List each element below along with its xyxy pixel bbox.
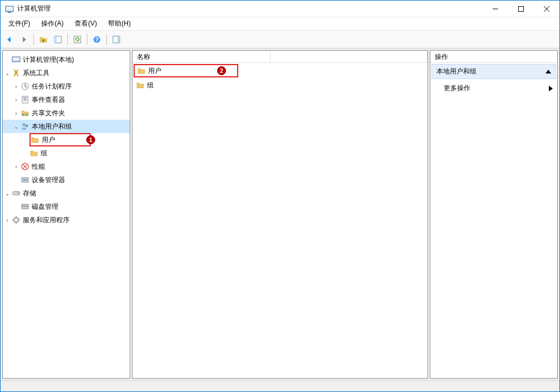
toolbar: ?: [1, 31, 559, 48]
column-name[interactable]: 名称: [132, 51, 271, 62]
tree-groups[interactable]: 组: [3, 146, 130, 160]
menu-view[interactable]: 查看(V): [70, 17, 101, 30]
collapse-icon[interactable]: ⌄: [12, 124, 21, 130]
expand-icon[interactable]: ›: [3, 217, 12, 223]
tree-label: 存储: [23, 189, 36, 198]
show-hide-tree-button[interactable]: [51, 33, 65, 46]
folder-icon: [30, 149, 38, 158]
svg-rect-9: [74, 36, 81, 43]
svg-point-21: [22, 114, 24, 116]
tree-label: 计算机管理(本地): [23, 55, 74, 65]
column-spacer: [271, 51, 428, 62]
tree-disk-management[interactable]: 磁盘管理: [3, 200, 130, 213]
action-section-label: 本地用户和组: [436, 67, 477, 76]
expand-icon[interactable]: ›: [12, 84, 21, 90]
svg-text:?: ?: [95, 37, 99, 43]
help-button[interactable]: ?: [90, 33, 104, 46]
tree-shared-folders[interactable]: › 共享文件夹: [3, 106, 130, 120]
tree-services-apps[interactable]: › 服务和应用程序: [3, 213, 130, 227]
shared-folder-icon: [21, 109, 30, 117]
app-icon: [5, 4, 14, 13]
actions-header: 操作: [430, 51, 557, 63]
minimize-button[interactable]: [483, 1, 508, 17]
content-area: 计算机管理(本地) ⌄ 系统工具 › 任务计划程序 ›: [1, 48, 559, 380]
svg-rect-1: [6, 7, 13, 11]
forward-button[interactable]: [17, 33, 31, 46]
tools-icon: [12, 68, 21, 77]
close-button[interactable]: [534, 1, 559, 17]
svg-rect-20: [23, 100, 27, 101]
tree-performance[interactable]: › 性能: [3, 160, 130, 173]
tree-label: 磁盘管理: [32, 202, 58, 212]
folder-icon: [136, 81, 145, 90]
list-item-groups[interactable]: 组: [132, 79, 428, 92]
tree-event-viewer[interactable]: › 事件查看器: [3, 93, 130, 106]
tree-label: 性能: [32, 162, 45, 171]
tree-label: 系统工具: [23, 68, 50, 78]
up-button[interactable]: [37, 33, 50, 46]
action-more-actions[interactable]: 更多操作: [430, 80, 557, 96]
svg-rect-15: [13, 57, 19, 61]
svg-rect-18: [23, 97, 27, 99]
title-bar: 计算机管理: [1, 1, 559, 17]
tree-label: 共享文件夹: [32, 109, 65, 118]
status-bar: [1, 380, 559, 391]
svg-rect-27: [23, 179, 27, 181]
list-item-label: 组: [147, 81, 154, 90]
annotation-badge-1: 1: [86, 135, 95, 144]
tree-local-users-groups[interactable]: ⌄ 本地用户和组: [3, 120, 130, 133]
submenu-arrow-icon: [549, 86, 553, 91]
svg-rect-13: [117, 36, 120, 43]
folder-icon: [31, 135, 40, 144]
tree-device-manager[interactable]: 设备管理器: [3, 173, 130, 187]
list-header: 名称: [132, 51, 428, 63]
toolbar-separator: [33, 34, 34, 45]
svg-rect-19: [23, 99, 27, 100]
menu-bar: 文件(F) 操作(A) 查看(V) 帮助(H): [1, 17, 559, 31]
list-body: 用户 2 组: [132, 64, 428, 92]
maximize-button[interactable]: [508, 1, 534, 17]
svg-point-24: [26, 125, 28, 128]
collapse-icon[interactable]: ⌄: [3, 190, 12, 197]
list-item-users[interactable]: 用户 2: [134, 64, 238, 77]
action-item-label: 更多操作: [444, 84, 470, 93]
menu-file[interactable]: 文件(F): [4, 17, 35, 30]
svg-point-23: [22, 123, 26, 126]
svg-point-22: [26, 114, 28, 116]
menu-help[interactable]: 帮助(H): [104, 17, 135, 30]
device-manager-icon: [21, 175, 30, 184]
expand-icon[interactable]: ›: [12, 110, 21, 116]
computer-mgmt-icon: [12, 55, 21, 64]
tree-users[interactable]: 用户 1: [30, 133, 91, 146]
window-title: 计算机管理: [17, 4, 483, 13]
expand-icon[interactable]: ›: [12, 97, 21, 103]
toolbar-separator: [67, 34, 68, 45]
disk-management-icon: [21, 202, 30, 211]
menu-action[interactable]: 操作(A): [37, 17, 68, 30]
collapse-icon[interactable]: ⌄: [3, 70, 12, 76]
storage-icon: [12, 189, 21, 198]
tree-label: 设备管理器: [32, 175, 65, 185]
toolbar-separator: [106, 34, 107, 45]
event-viewer-icon: [21, 95, 30, 104]
back-button[interactable]: [3, 33, 16, 46]
tree-system-tools[interactable]: ⌄ 系统工具: [3, 66, 130, 80]
tree-label: 事件查看器: [32, 95, 65, 105]
action-section-title[interactable]: 本地用户和组: [431, 64, 556, 79]
collapse-arrow-icon: [546, 70, 551, 74]
actions-panel: 操作 本地用户和组 更多操作: [430, 50, 558, 379]
svg-point-29: [18, 193, 19, 194]
tree-task-scheduler[interactable]: › 任务计划程序: [3, 80, 130, 93]
svg-point-33: [15, 219, 17, 221]
toolbar-separator: [87, 34, 87, 45]
window-controls: [483, 1, 559, 17]
tree-label: 用户: [42, 135, 55, 145]
tree-root[interactable]: 计算机管理(本地): [3, 53, 130, 66]
expand-icon[interactable]: ›: [12, 164, 21, 170]
svg-rect-2: [8, 12, 11, 13]
refresh-button[interactable]: [71, 33, 84, 46]
tree-label: 任务计划程序: [32, 82, 72, 91]
tree-storage[interactable]: ⌄ 存储: [3, 187, 130, 200]
tree-label: 服务和应用程序: [23, 215, 70, 225]
show-hide-action-pane-button[interactable]: [110, 33, 123, 46]
